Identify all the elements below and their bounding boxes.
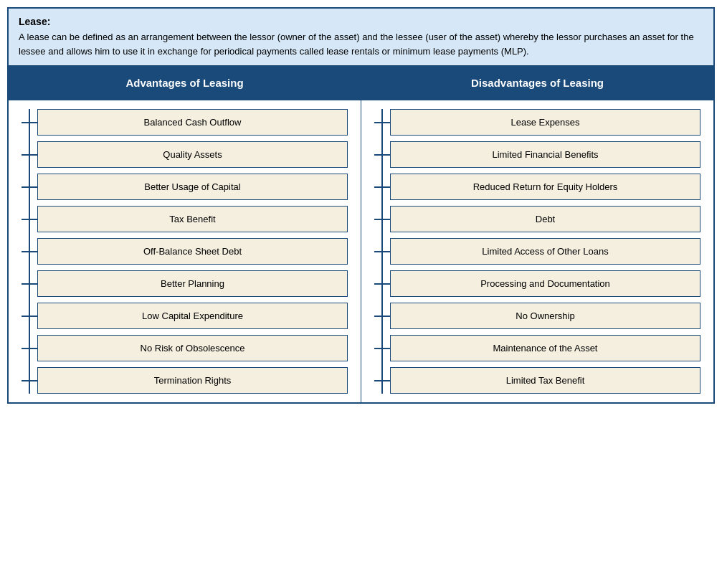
advantages-item-box: Better Planning xyxy=(37,270,348,297)
disadvantages-item-row: No Ownership xyxy=(361,303,713,329)
definition-title: Lease: xyxy=(19,16,703,27)
disadvantages-item-row: Reduced Return for Equity Holders xyxy=(361,174,713,200)
disadvantages-item-box: Limited Financial Benefits xyxy=(390,141,700,168)
disadvantages-item-row: Limited Financial Benefits xyxy=(361,141,713,168)
disadvantages-header: Disadvantages of Leasing xyxy=(361,67,713,100)
disadvantages-column: Disadvantages of Leasing Lease ExpensesL… xyxy=(361,67,713,402)
disadvantages-items-area: Lease ExpensesLimited Financial Benefits… xyxy=(361,100,713,402)
disadvantages-item-box: Lease Expenses xyxy=(390,109,700,136)
advantages-item-row: Tax Benefit xyxy=(9,206,361,232)
advantages-item-row: Better Usage of Capital xyxy=(9,174,361,200)
disadvantages-item-box: Processing and Documentation xyxy=(390,270,700,297)
advantages-item-row: No Risk of Obsolescence xyxy=(9,335,361,361)
disadvantages-item-row: Lease Expenses xyxy=(361,109,713,136)
columns: Advantages of Leasing Balanced Cash Outf… xyxy=(9,67,713,402)
disadvantages-item-box: No Ownership xyxy=(390,303,700,329)
advantages-item-box: Low Capital Expenditure xyxy=(37,303,348,329)
advantages-item-box: Quality Assets xyxy=(37,141,348,168)
disadvantages-item-row: Maintenance of the Asset xyxy=(361,335,713,361)
advantages-header: Advantages of Leasing xyxy=(9,67,361,100)
advantages-item-row: Quality Assets xyxy=(9,141,361,168)
advantages-item-row: Better Planning xyxy=(9,270,361,297)
definition-box: Lease: A lease can be defined as an arra… xyxy=(9,9,713,67)
advantages-item-box: Termination Rights xyxy=(37,367,348,394)
disadvantages-item-row: Processing and Documentation xyxy=(361,270,713,297)
page-wrapper: Lease: A lease can be defined as an arra… xyxy=(7,7,715,404)
disadvantages-item-box: Limited Tax Benefit xyxy=(390,367,700,394)
advantages-column: Advantages of Leasing Balanced Cash Outf… xyxy=(9,67,361,402)
advantages-item-row: Balanced Cash Outflow xyxy=(9,109,361,136)
advantages-item-box: Tax Benefit xyxy=(37,206,348,232)
disadvantages-item-box: Maintenance of the Asset xyxy=(390,335,700,361)
advantages-item-row: Off-Balance Sheet Debt xyxy=(9,238,361,265)
advantages-item-row: Termination Rights xyxy=(9,367,361,394)
disadvantages-item-box: Limited Access of Other Loans xyxy=(390,238,700,265)
disadvantages-item-box: Reduced Return for Equity Holders xyxy=(390,174,700,200)
advantages-items-area: Balanced Cash OutflowQuality AssetsBette… xyxy=(9,100,361,402)
advantages-item-box: Balanced Cash Outflow xyxy=(37,109,348,136)
advantages-item-box: Better Usage of Capital xyxy=(37,174,348,200)
advantages-item-box: Off-Balance Sheet Debt xyxy=(37,238,348,265)
advantages-item-box: No Risk of Obsolescence xyxy=(37,335,348,361)
disadvantages-item-box: Debt xyxy=(390,206,700,232)
disadvantages-item-row: Limited Tax Benefit xyxy=(361,367,713,394)
definition-text: A lease can be defined as an arrangement… xyxy=(19,30,703,58)
advantages-item-row: Low Capital Expenditure xyxy=(9,303,361,329)
disadvantages-item-row: Debt xyxy=(361,206,713,232)
disadvantages-item-row: Limited Access of Other Loans xyxy=(361,238,713,265)
